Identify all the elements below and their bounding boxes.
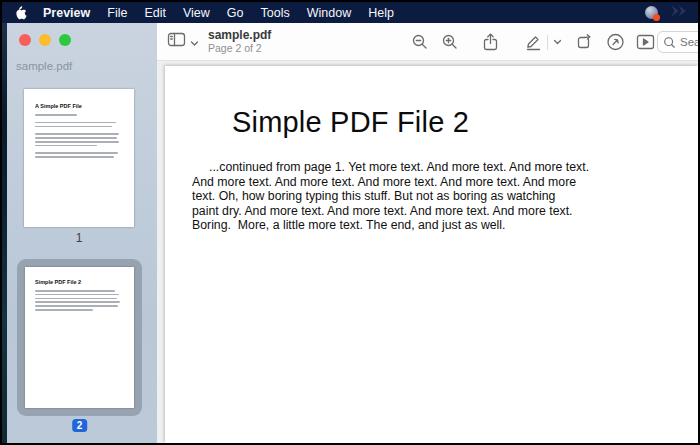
window-title-block: sample.pdf Page 2 of 2 bbox=[208, 29, 271, 55]
recording-indicator-icon[interactable] bbox=[645, 6, 658, 19]
pdf-page-heading: Simple PDF File 2 bbox=[232, 106, 469, 139]
search-field[interactable] bbox=[657, 31, 700, 53]
pdf-page-body: ...continued from page 1. Yet more text.… bbox=[192, 160, 589, 233]
sidebar-toggle-chevron-icon[interactable] bbox=[190, 33, 199, 51]
page-2-number-badge[interactable]: 2 bbox=[72, 419, 88, 432]
pdf-body-line: And more text. And more text. And more t… bbox=[192, 175, 589, 190]
menu-item-preview[interactable]: Preview bbox=[43, 6, 90, 20]
share-button[interactable] bbox=[482, 32, 499, 51]
preview-window: sample.pdf A Simple PDF File 1 bbox=[2, 23, 698, 443]
menu-item-window[interactable]: Window bbox=[307, 6, 351, 20]
main-area: sample.pdf Page 2 of 2 bbox=[157, 23, 698, 443]
page-indicator: Page 2 of 2 bbox=[208, 42, 271, 54]
markup-button[interactable] bbox=[524, 32, 543, 51]
zoom-in-button[interactable] bbox=[441, 33, 459, 51]
thumbnail-1-title: A Simple PDF File bbox=[35, 103, 123, 109]
page-1-number[interactable]: 1 bbox=[24, 231, 134, 245]
pdf-body-line: Boring. More, a little more text. The en… bbox=[192, 218, 589, 233]
slideshow-button[interactable] bbox=[636, 34, 655, 50]
autofill-button[interactable] bbox=[606, 32, 625, 51]
page-2-thumbnail-selected[interactable]: Simple PDF File 2 bbox=[17, 259, 142, 416]
pdf-page: Simple PDF File 2 ...continued from page… bbox=[165, 66, 698, 443]
menu-bar: Preview File Edit View Go Tools Window H… bbox=[2, 2, 698, 23]
menu-item-go[interactable]: Go bbox=[227, 6, 244, 20]
zoom-out-button[interactable] bbox=[411, 33, 429, 51]
toolbar-divider bbox=[547, 35, 548, 50]
paper-plane-icon[interactable] bbox=[670, 4, 688, 21]
toolbar: sample.pdf Page 2 of 2 bbox=[157, 23, 698, 61]
pdf-body-line: ...continued from page 1. Yet more text.… bbox=[192, 160, 589, 175]
document-view: Simple PDF File 2 ...continued from page… bbox=[157, 61, 698, 443]
thumbnail-2-title: Simple PDF File 2 bbox=[35, 279, 124, 285]
menu-item-file[interactable]: File bbox=[107, 6, 127, 20]
menu-item-view[interactable]: View bbox=[183, 6, 210, 20]
pdf-body-line: text. Oh, how boring typing this stuff. … bbox=[192, 189, 589, 204]
menu-item-help[interactable]: Help bbox=[368, 6, 394, 20]
close-button[interactable] bbox=[19, 34, 31, 46]
menu-item-edit[interactable]: Edit bbox=[144, 6, 166, 20]
thumbnail-sidebar: sample.pdf A Simple PDF File 1 bbox=[2, 23, 157, 443]
zoom-window-button[interactable] bbox=[59, 34, 71, 46]
sidebar-toggle-button[interactable] bbox=[167, 31, 187, 52]
apple-menu-icon[interactable] bbox=[14, 5, 27, 20]
search-input[interactable] bbox=[680, 36, 700, 48]
sidebar-document-label: sample.pdf bbox=[16, 60, 72, 72]
menu-item-tools[interactable]: Tools bbox=[261, 6, 290, 20]
page-1-thumbnail[interactable]: A Simple PDF File bbox=[24, 89, 134, 227]
page-2-thumbnail[interactable]: Simple PDF File 2 bbox=[25, 267, 134, 408]
window-title: sample.pdf bbox=[208, 29, 271, 43]
traffic-lights bbox=[19, 34, 71, 46]
markup-chevron-icon[interactable] bbox=[553, 38, 562, 45]
pdf-body-line: paint dry. And more text. And more text.… bbox=[192, 204, 589, 219]
screenshot-frame: Preview File Edit View Go Tools Window H… bbox=[0, 0, 700, 445]
rotate-button[interactable] bbox=[575, 32, 594, 51]
minimize-button[interactable] bbox=[39, 34, 51, 46]
